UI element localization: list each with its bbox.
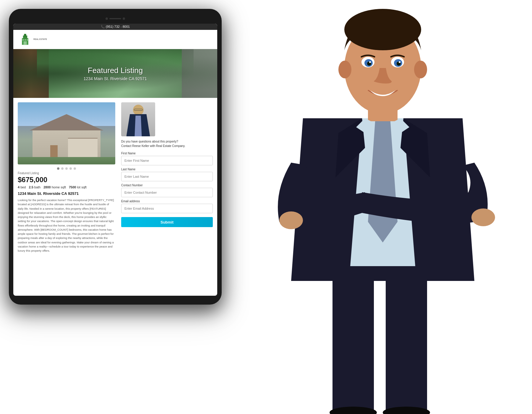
dot-1[interactable] [57, 167, 59, 170]
hero-text: Featured Listing 1234 Main St. Riverside… [84, 66, 147, 81]
house-garage [68, 138, 98, 159]
tablet-speaker [109, 18, 121, 19]
house-shape [30, 114, 103, 159]
site-header: REAL ESTATE [13, 30, 217, 49]
property-badge: Featured Listing [18, 172, 115, 175]
svg-rect-2 [24, 34, 26, 36]
property-description: Looking for the perfect vacation home? T… [18, 198, 115, 253]
lot-sqft-label: lot sqft [77, 185, 86, 189]
dot-5[interactable] [74, 167, 76, 170]
first-name-input[interactable] [121, 156, 213, 165]
contact-number-input[interactable] [121, 188, 213, 197]
phone-number: (951) 732 - 8001 [106, 25, 130, 28]
property-address: 1234 Main St. Riverside CA 92571 [18, 191, 115, 196]
dot-4[interactable] [69, 167, 72, 170]
svg-rect-6 [24, 41, 27, 45]
spec-baths: 2.5 bath [29, 185, 40, 189]
property-photo [18, 102, 115, 164]
photo-ground [18, 157, 115, 164]
contact-question: Do you have questions about this propert… [121, 139, 213, 144]
spec-beds: 4 bed [18, 185, 26, 189]
tablet-frame: 📞 (951) 732 - 8001 [9, 9, 222, 305]
home-sqft-value: 2800 [43, 185, 51, 189]
hero-section: Featured Listing 1234 Main St. Riverside… [13, 49, 217, 98]
home-sqft-label: home sqft [52, 185, 66, 189]
first-name-label: First Name [121, 152, 213, 155]
svg-point-12 [279, 211, 303, 229]
property-price: $675,000 [18, 176, 115, 184]
hero-title: Featured Listing [84, 66, 147, 75]
beds-label: bed [20, 185, 26, 189]
email-label: Email address [121, 200, 213, 203]
svg-point-23 [369, 61, 371, 63]
spec-home-sqft: 2800 home sqft [43, 185, 66, 189]
svg-rect-8 [332, 272, 374, 414]
baths-value: 2.5 [29, 185, 33, 189]
svg-point-26 [414, 61, 427, 78]
main-content: Featured Listing $675,000 4 bed 2.5 bath… [13, 98, 217, 296]
businessman-figure [228, 0, 532, 414]
svg-point-25 [338, 61, 351, 78]
contact-text: Do you have questions about this propert… [121, 139, 213, 148]
house-roof [30, 114, 103, 130]
submit-button[interactable]: Submit [121, 217, 213, 227]
dot-2[interactable] [61, 167, 64, 170]
svg-rect-5 [27, 39, 28, 41]
right-column: Do you have questions about this propert… [121, 102, 213, 293]
last-name-group: Last Name [121, 168, 213, 181]
logo-icon [19, 33, 31, 46]
first-name-group: First Name [121, 152, 213, 165]
tablet-top-bar [13, 15, 217, 22]
svg-point-16 [344, 9, 421, 50]
beds-value: 4 [18, 185, 20, 189]
svg-rect-9 [386, 272, 427, 414]
contact-agent: Contact Reese Keller with Real Estate Co… [121, 144, 213, 148]
lot-sqft-value: 7500 [69, 185, 76, 189]
house-door [50, 145, 58, 159]
tablet-screen: 📞 (951) 732 - 8001 [13, 24, 217, 296]
last-name-label: Last Name [121, 168, 213, 171]
businessman-area [219, 0, 532, 414]
svg-point-13 [471, 208, 495, 226]
svg-rect-3 [22, 39, 24, 41]
email-input[interactable] [121, 204, 213, 213]
svg-point-24 [399, 61, 400, 63]
tablet-camera-right [123, 17, 125, 20]
last-name-input[interactable] [121, 172, 213, 181]
photo-pagination [18, 167, 115, 170]
agent-photo [121, 102, 155, 136]
logo-container: REAL ESTATE [19, 33, 47, 46]
tablet-camera [106, 17, 108, 20]
dot-3[interactable] [65, 167, 68, 170]
house-body [33, 129, 100, 159]
contact-number-label: Contact Number [121, 184, 213, 187]
hero-subtitle: 1234 Main St. Riverside CA 92571 [84, 76, 147, 81]
baths-label: bath [34, 185, 40, 189]
tablet-device: 📞 (951) 732 - 8001 [9, 9, 222, 305]
phone-icon: 📞 [101, 25, 105, 28]
left-column: Featured Listing $675,000 4 bed 2.5 bath… [18, 102, 115, 293]
svg-rect-4 [25, 39, 26, 41]
email-group: Email address [121, 200, 213, 213]
property-specs: 4 bed 2.5 bath 2800 home sqft 7500 [18, 185, 115, 189]
spec-lot-sqft: 7500 lot sqft [69, 185, 87, 189]
logo-text: REAL ESTATE [33, 38, 47, 41]
contact-number-group: Contact Number [121, 184, 213, 197]
phone-bar: 📞 (951) 732 - 8001 [13, 24, 217, 30]
